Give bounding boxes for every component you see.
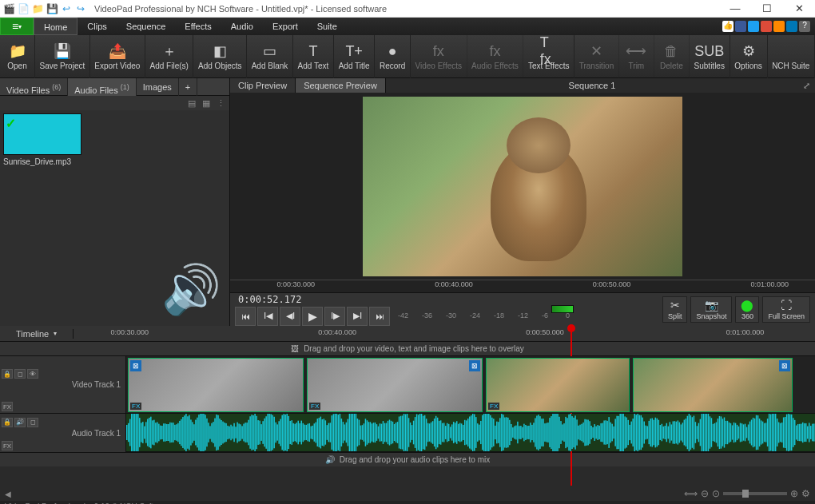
tab-export[interactable]: Export (263, 18, 308, 35)
360-button[interactable]: ⬤360 (735, 296, 759, 323)
track-lock-icon[interactable]: 🔒 (2, 369, 13, 379)
tab-clips[interactable]: Clips (78, 18, 116, 35)
fit-icon[interactable]: ⟺ (684, 488, 698, 499)
timeline-ruler[interactable]: 0:00:30.000 0:00:40.000 0:00:50.000 0:01… (74, 326, 815, 342)
zoom-reset-icon[interactable]: ⊙ (712, 488, 720, 499)
help-icon[interactable]: ? (799, 21, 810, 32)
preview-ruler[interactable]: 0:00:30.000 0:00:40.000 0:00:50.000 0:01… (230, 280, 815, 292)
video-clip[interactable]: ⊠FX (128, 358, 304, 412)
video-clip[interactable]: FX⊠ (307, 358, 483, 412)
mix-drop-hint[interactable]: 🔊 Drag and drop your audio clips here to… (0, 452, 815, 466)
svg-rect-81 (254, 414, 256, 451)
tab-sequence[interactable]: Sequence (117, 18, 176, 35)
list-view-icon[interactable]: ▤ (186, 97, 197, 109)
scroll-left-icon[interactable]: ◀ (5, 490, 11, 498)
tab-clip-preview[interactable]: Clip Preview (230, 78, 296, 93)
step-back-button[interactable]: ◀Ⅰ (280, 307, 300, 326)
nch-suite-button[interactable]: NCH Suite (768, 35, 815, 78)
bin-tab-images[interactable]: Images (137, 78, 179, 96)
add-objects-button[interactable]: ◧Add Objects (193, 35, 247, 78)
step-fwd-button[interactable]: Ⅰ▶ (324, 307, 345, 326)
save-icon[interactable]: 💾 (46, 3, 58, 14)
audio-track-content[interactable] (126, 414, 815, 451)
bin-tab-+[interactable]: + (179, 78, 197, 96)
track-mute-icon[interactable]: ◻ (27, 418, 38, 427)
goto-end-button[interactable]: ⏭ (369, 307, 390, 326)
linkedin-icon[interactable] (786, 21, 797, 32)
text-effects-button[interactable]: T fxText Effects (523, 35, 574, 78)
export-video-button[interactable]: 📤Export Video (90, 35, 145, 78)
transition-in-icon[interactable]: ⊠ (130, 360, 141, 371)
options-button[interactable]: ⚙Options (730, 35, 768, 78)
tab-effects[interactable]: Effects (175, 18, 221, 35)
svg-rect-408 (778, 423, 780, 443)
preview-viewport[interactable] (230, 93, 815, 280)
settings-icon[interactable]: ⚙ (801, 488, 810, 499)
grid-view-icon[interactable]: ▦ (201, 97, 212, 109)
bin-tab-video-files[interactable]: Video Files (6) (0, 78, 68, 96)
timeline-label[interactable]: Timeline ▾ (0, 329, 74, 339)
svg-rect-226 (487, 414, 488, 451)
track-fx-icon[interactable]: FX (2, 441, 13, 450)
add-file-s--button[interactable]: ＋Add File(s) (145, 35, 194, 78)
zoom-slider[interactable] (723, 492, 787, 495)
bin-tab-audio-files[interactable]: Audio Files (1) (68, 78, 136, 96)
share-icon[interactable] (773, 21, 785, 32)
maximize-button[interactable]: ☐ (751, 0, 783, 18)
tab-audio[interactable]: Audio (221, 18, 263, 35)
menubar: ≡ ▾ Home Clips Sequence Effects Audio Ex… (0, 18, 815, 35)
track-lock-icon[interactable]: 🔒 (2, 418, 13, 427)
play-button[interactable]: ▶ (302, 307, 323, 326)
svg-rect-352 (689, 414, 690, 451)
track-mute-icon[interactable]: ◻ (14, 369, 26, 379)
video-clip[interactable]: ⊠ (633, 358, 793, 412)
close-button[interactable]: ✕ (783, 0, 815, 18)
add-text-button[interactable]: TAdd Text (293, 35, 334, 78)
fullscreen-button[interactable]: ⛶Full Screen (762, 296, 810, 323)
record-button[interactable]: ●Record (375, 35, 411, 78)
svg-rect-388 (746, 427, 748, 439)
tab-sequence-preview[interactable]: Sequence Preview (296, 78, 386, 93)
tab-suite[interactable]: Suite (308, 18, 347, 35)
track-hide-icon[interactable]: 👁 (27, 369, 38, 379)
undo-icon[interactable]: ↩ (61, 3, 72, 14)
save-project-button[interactable]: 💾Save Project (35, 35, 90, 78)
next-frame-button[interactable]: ▶Ⅰ (347, 307, 368, 326)
zoom-controls: ⟺ ⊖ ⊙ ⊕ ⚙ (684, 488, 810, 499)
transition-out-icon[interactable]: ⊠ (779, 360, 790, 371)
track-solo-icon[interactable]: 🔊 (14, 418, 26, 427)
minimize-button[interactable]: — (719, 0, 751, 18)
add-blank-button[interactable]: ▭Add Blank (247, 35, 293, 78)
subtitles-button[interactable]: SUBSubtitles (690, 35, 730, 78)
split-button[interactable]: ✂Split (662, 296, 688, 323)
facebook-icon[interactable] (735, 21, 746, 32)
open-icon[interactable]: 📁 (32, 3, 43, 14)
bin-area[interactable]: Sunrise_Drive.mp3 🔊 (0, 110, 229, 326)
snapshot-button[interactable]: 📷Snapshot (690, 296, 732, 323)
app-menu-button[interactable]: ≡ ▾ (0, 18, 34, 35)
video-track-content[interactable]: ⊠FX FX⊠ FX ⊠ (126, 356, 815, 413)
goto-start-button[interactable]: ⏮ (235, 307, 256, 326)
like-icon[interactable]: 👍 (722, 21, 734, 32)
audio-clip-thumb[interactable]: Sunrise_Drive.mp3 (3, 113, 82, 166)
svg-rect-11 (142, 422, 144, 443)
options-icon[interactable]: ⋮ (215, 97, 226, 109)
prev-frame-button[interactable]: Ⅰ◀ (257, 307, 278, 326)
new-icon[interactable]: 📄 (18, 3, 29, 14)
redo-icon[interactable]: ↪ (75, 3, 86, 14)
record-icon: ● (384, 42, 401, 60)
tab-home[interactable]: Home (34, 18, 78, 35)
overlay-drop-hint[interactable]: 🖼 Drag and drop your video, text and ima… (0, 342, 815, 356)
video-clip[interactable]: FX (486, 358, 630, 412)
zoom-in-icon[interactable]: ⊕ (790, 488, 798, 499)
track-fx-icon[interactable]: FX (2, 402, 13, 411)
google-icon[interactable] (761, 21, 772, 32)
svg-rect-215 (469, 416, 471, 448)
popout-icon[interactable]: ⤢ (798, 81, 815, 91)
add-title-button[interactable]: T+Add Title (334, 35, 375, 78)
twitter-icon[interactable] (748, 21, 759, 32)
zoom-out-icon[interactable]: ⊖ (701, 488, 709, 499)
level-tick: -12 (518, 312, 528, 319)
open-button[interactable]: 📁Open (0, 35, 35, 78)
transition-out-icon[interactable]: ⊠ (469, 360, 480, 371)
